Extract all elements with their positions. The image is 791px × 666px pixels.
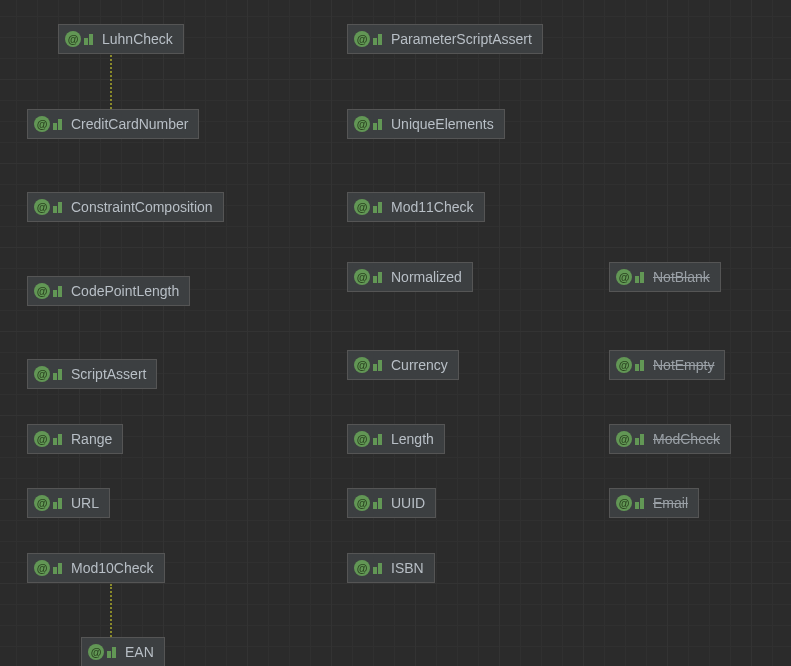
annotation-icon: @	[34, 366, 50, 382]
node-label: NotBlank	[653, 269, 710, 285]
node-label: EAN	[125, 644, 154, 660]
annotation-icon: @	[354, 116, 370, 132]
annotation-icon: @	[616, 269, 632, 285]
node-creditcardnumber[interactable]: @CreditCardNumber	[27, 109, 199, 139]
node-mod11check[interactable]: @Mod11Check	[347, 192, 485, 222]
node-label: UniqueElements	[391, 116, 494, 132]
class-icon	[373, 202, 383, 213]
class-icon	[84, 34, 94, 45]
node-label: URL	[71, 495, 99, 511]
annotation-icon: @	[616, 357, 632, 373]
class-icon	[373, 272, 383, 283]
annotation-icon: @	[34, 116, 50, 132]
node-email[interactable]: @Email	[609, 488, 699, 518]
annotation-icon: @	[616, 431, 632, 447]
annotation-icon: @	[34, 431, 50, 447]
class-icon	[373, 119, 383, 130]
annotation-icon: @	[354, 269, 370, 285]
diagram-canvas[interactable]: @LuhnCheck@ParameterScriptAssert@CreditC…	[0, 0, 791, 666]
class-icon	[53, 563, 63, 574]
node-label: NotEmpty	[653, 357, 714, 373]
class-icon	[635, 272, 645, 283]
annotation-icon: @	[34, 560, 50, 576]
class-icon	[373, 34, 383, 45]
class-icon	[373, 498, 383, 509]
class-icon	[53, 286, 63, 297]
annotation-icon: @	[354, 31, 370, 47]
node-url[interactable]: @URL	[27, 488, 110, 518]
connector-mod10-to-ean	[110, 584, 112, 637]
class-icon	[373, 563, 383, 574]
node-isbn[interactable]: @ISBN	[347, 553, 435, 583]
annotation-icon: @	[354, 560, 370, 576]
node-parameterscriptassert[interactable]: @ParameterScriptAssert	[347, 24, 543, 54]
node-label: CodePointLength	[71, 283, 179, 299]
node-label: Range	[71, 431, 112, 447]
node-currency[interactable]: @Currency	[347, 350, 459, 380]
class-icon	[635, 498, 645, 509]
node-codepointlength[interactable]: @CodePointLength	[27, 276, 190, 306]
node-label: ModCheck	[653, 431, 720, 447]
annotation-icon: @	[354, 495, 370, 511]
annotation-icon: @	[34, 283, 50, 299]
node-length[interactable]: @Length	[347, 424, 445, 454]
node-label: Mod11Check	[391, 199, 474, 215]
node-notblank[interactable]: @NotBlank	[609, 262, 721, 292]
node-label: ScriptAssert	[71, 366, 146, 382]
node-label: UUID	[391, 495, 425, 511]
class-icon	[635, 434, 645, 445]
node-scriptassert[interactable]: @ScriptAssert	[27, 359, 157, 389]
annotation-icon: @	[88, 644, 104, 660]
class-icon	[373, 434, 383, 445]
annotation-icon: @	[354, 199, 370, 215]
class-icon	[53, 434, 63, 445]
annotation-icon: @	[34, 495, 50, 511]
class-icon	[53, 119, 63, 130]
node-luhncheck[interactable]: @LuhnCheck	[58, 24, 184, 54]
class-icon	[53, 369, 63, 380]
class-icon	[107, 647, 117, 658]
class-icon	[53, 498, 63, 509]
node-label: LuhnCheck	[102, 31, 173, 47]
annotation-icon: @	[354, 357, 370, 373]
node-label: Length	[391, 431, 434, 447]
node-label: Mod10Check	[71, 560, 154, 576]
node-notempty[interactable]: @NotEmpty	[609, 350, 725, 380]
node-label: Currency	[391, 357, 448, 373]
class-icon	[635, 360, 645, 371]
annotation-icon: @	[65, 31, 81, 47]
annotation-icon: @	[354, 431, 370, 447]
class-icon	[373, 360, 383, 371]
node-label: CreditCardNumber	[71, 116, 188, 132]
node-constraintcomposition[interactable]: @ConstraintComposition	[27, 192, 224, 222]
node-label: Normalized	[391, 269, 462, 285]
node-modcheck[interactable]: @ModCheck	[609, 424, 731, 454]
node-label: ParameterScriptAssert	[391, 31, 532, 47]
annotation-icon: @	[34, 199, 50, 215]
node-label: ConstraintComposition	[71, 199, 213, 215]
node-label: Email	[653, 495, 688, 511]
node-mod10check[interactable]: @Mod10Check	[27, 553, 165, 583]
annotation-icon: @	[616, 495, 632, 511]
node-ean[interactable]: @EAN	[81, 637, 165, 666]
connector-luhn-to-credit	[110, 55, 112, 109]
node-uuid[interactable]: @UUID	[347, 488, 436, 518]
node-normalized[interactable]: @Normalized	[347, 262, 473, 292]
class-icon	[53, 202, 63, 213]
node-label: ISBN	[391, 560, 424, 576]
node-uniqueelements[interactable]: @UniqueElements	[347, 109, 505, 139]
node-range[interactable]: @Range	[27, 424, 123, 454]
